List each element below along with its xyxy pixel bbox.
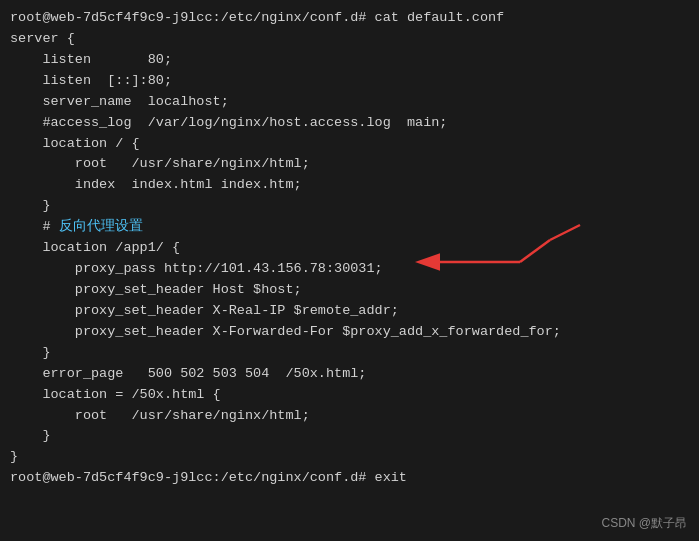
line-index1: index index.html index.htm;: [10, 175, 689, 196]
line-proxyrip: proxy_set_header X-Real-IP $remote_addr;: [10, 301, 689, 322]
line-comment-proxy: # 反向代理设置: [10, 217, 689, 238]
terminal-window: root@web-7d5cf4f9c9-j9lcc:/etc/nginx/con…: [0, 0, 699, 541]
code-content: root@web-7d5cf4f9c9-j9lcc:/etc/nginx/con…: [10, 8, 689, 489]
line-proxyforward: proxy_set_header X-Forwarded-For $proxy_…: [10, 322, 689, 343]
line-loc1: location / {: [10, 134, 689, 155]
line-close1: }: [10, 196, 689, 217]
line-loc3: location = /50x.html {: [10, 385, 689, 406]
line-bottom-prompt: root@web-7d5cf4f9c9-j9lcc:/etc/nginx/con…: [10, 468, 689, 489]
line-close3: }: [10, 426, 689, 447]
line-cmd: root@web-7d5cf4f9c9-j9lcc:/etc/nginx/con…: [10, 8, 689, 29]
line-proxypass: proxy_pass http://101.43.156.78:30031;: [10, 259, 689, 280]
line-close4: }: [10, 447, 689, 468]
line-servername: server_name localhost;: [10, 92, 689, 113]
line-root1: root /usr/share/nginx/html;: [10, 154, 689, 175]
line-listen80: listen 80;: [10, 50, 689, 71]
watermark-text: CSDN @默子昂: [601, 514, 687, 533]
line-server: server {: [10, 29, 689, 50]
line-close2: }: [10, 343, 689, 364]
line-listen6: listen [::]:80;: [10, 71, 689, 92]
line-root2: root /usr/share/nginx/html;: [10, 406, 689, 427]
line-proxyhost: proxy_set_header Host $host;: [10, 280, 689, 301]
line-accesslog: #access_log /var/log/nginx/host.access.l…: [10, 113, 689, 134]
line-errorpage: error_page 500 502 503 504 /50x.html;: [10, 364, 689, 385]
line-loc2: location /app1/ {: [10, 238, 689, 259]
